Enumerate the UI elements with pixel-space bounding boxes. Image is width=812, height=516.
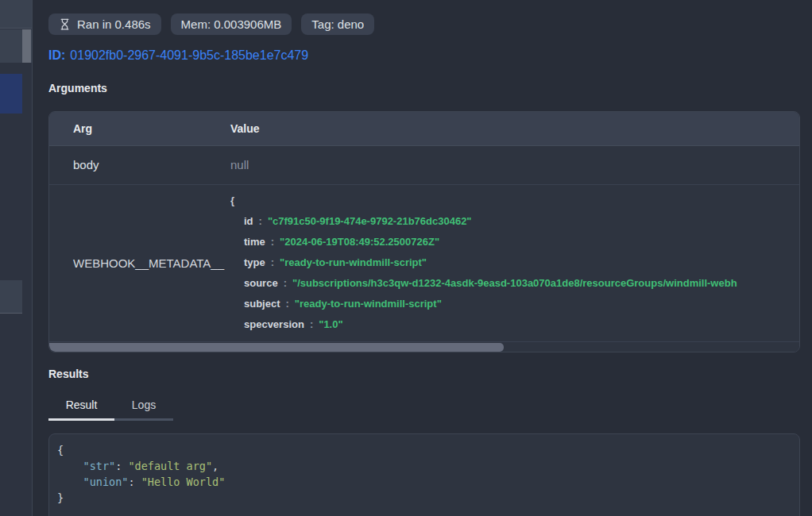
arg-value-null: null [230,158,799,171]
sidebar-top-block [0,0,32,29]
json-entry-subject: subject:"ready-to-run-windmill-script" [230,294,799,314]
arg-name: body [49,158,230,171]
job-id-link[interactable]: 01902fb0-2967-4091-9b5c-185be1e7c479 [70,48,308,62]
arguments-heading: Arguments [48,82,801,94]
memory-badge: Mem: 0.003906MB [171,13,292,35]
tab-result[interactable]: Result [48,399,114,421]
json-open-brace: { [230,191,799,211]
arg-column-header: Arg [49,122,230,135]
json-entry-id: id:"c7f91c50-9f19-474e-9792-21b76dc30462… [230,211,799,232]
value-column-header: Value [230,122,799,135]
job-id-label: ID: [48,48,65,62]
sidebar-active-item[interactable] [0,74,22,114]
arguments-table: Arg Value body null WEBHOOK__METADATA__ … [48,111,800,352]
memory-badge-label: Mem: 0.003906MB [181,17,282,31]
runtime-badge: Ran in 0.486s [48,13,161,35]
tag-badge-label: Tag: deno [311,17,364,31]
results-heading: Results [48,368,801,380]
table-scrollbar-thumb[interactable] [49,343,504,352]
hourglass-icon [59,18,71,30]
sidebar-lower-block [0,280,22,314]
job-detail-pane: Ran in 0.486s Mem: 0.003906MB Tag: deno … [33,0,812,516]
json-entry-time: time:"2024-06-19T08:49:52.2500726Z" [230,232,799,252]
job-stat-badges: Ran in 0.486s Mem: 0.003906MB Tag: deno [48,13,801,35]
arguments-table-header: Arg Value [49,112,799,146]
sidebar-strip [0,0,33,516]
runtime-badge-label: Ran in 0.486s [77,17,151,31]
arg-name: WEBHOOK__METADATA__ [49,191,230,335]
table-row-webhook-metadata: WEBHOOK__METADATA__ { id:"c7f91c50-9f19-… [49,185,799,342]
table-row-body: body null [49,146,799,185]
job-id-line: ID:01902fb0-2967-4091-9b5c-185be1e7c479 [48,48,801,63]
tag-badge: Tag: deno [301,13,374,35]
results-tab-bar: Result Logs [48,399,801,421]
json-entry-specversion: specversion:"1.0" [230,314,799,335]
json-entry-type: type:"ready-to-run-windmill-script" [230,252,799,273]
result-json-code: { "str": "default arg", "union": "Hello … [49,434,799,514]
sidebar-scrollbar-thumb[interactable] [22,29,31,63]
tab-logs[interactable]: Logs [114,399,173,421]
result-output-box: { "str": "default arg", "union": "Hello … [48,433,800,516]
table-horizontal-scrollbar [49,342,799,352]
webhook-metadata-json: { id:"c7f91c50-9f19-474e-9792-21b76dc304… [230,191,799,335]
json-entry-source: source:"/subscriptions/h3c3qw-d1232-4asd… [230,273,799,294]
